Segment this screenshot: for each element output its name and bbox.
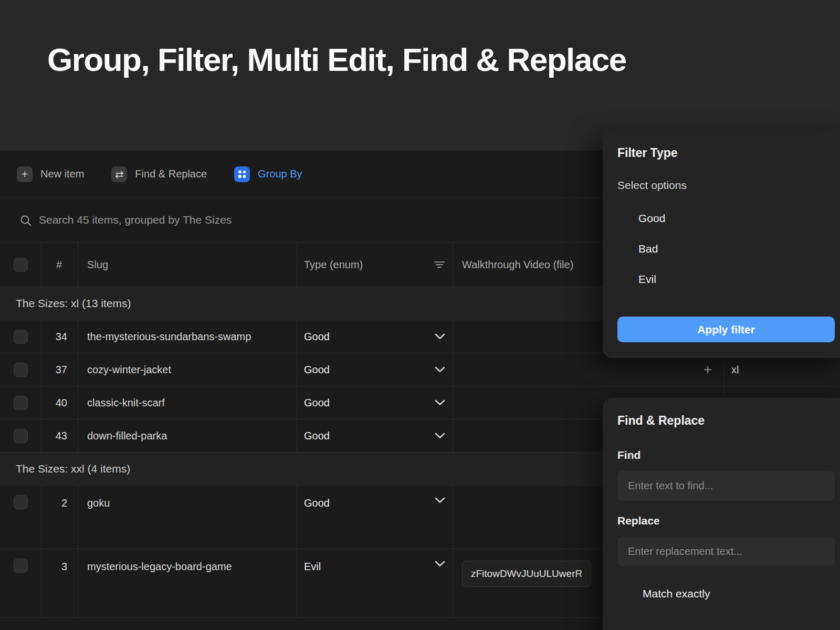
- find-replace-icon: ⇄: [111, 166, 127, 182]
- row-slug[interactable]: goku: [78, 486, 297, 549]
- replace-label: Replace: [617, 514, 835, 527]
- file-value[interactable]: zFitowDWvJUuULUwerR: [462, 561, 591, 587]
- chevron-down-icon: [435, 433, 445, 439]
- filter-panel-subtitle: Select options: [617, 179, 835, 192]
- chevron-down-icon: [435, 561, 445, 567]
- new-item-label: New item: [40, 168, 84, 180]
- chevron-down-icon: [435, 366, 445, 373]
- row-checkbox[interactable]: [14, 363, 28, 377]
- apply-filter-button[interactable]: Apply filter: [617, 317, 835, 342]
- find-replace-panel-title: Find & Replace: [617, 414, 835, 428]
- group-by-button[interactable]: Group By: [234, 166, 302, 182]
- filter-panel: Filter Type Select options Good Bad Evil…: [603, 130, 840, 358]
- type-dropdown[interactable]: Good: [297, 353, 453, 386]
- row-id: 34: [41, 320, 78, 353]
- row-checkbox[interactable]: [14, 429, 28, 443]
- row-checkbox[interactable]: [14, 330, 28, 344]
- row-id: 3: [41, 549, 78, 617]
- row-checkbox[interactable]: [14, 396, 28, 410]
- filter-option-evil[interactable]: Evil: [617, 264, 835, 295]
- row-slug[interactable]: mysterious-legacy-board-game: [78, 549, 297, 617]
- video-cell[interactable]: +: [453, 353, 723, 386]
- chevron-down-icon: [435, 400, 445, 406]
- row-id: 2: [41, 486, 78, 549]
- select-all-checkbox[interactable]: [14, 258, 28, 272]
- type-dropdown[interactable]: Evil: [297, 549, 453, 617]
- type-dropdown[interactable]: Good: [297, 320, 453, 353]
- plus-icon: +: [17, 166, 33, 182]
- find-input[interactable]: [617, 471, 835, 501]
- sizes-cell[interactable]: xl: [723, 353, 840, 386]
- column-header-type[interactable]: Type (enum): [297, 243, 453, 287]
- row-slug[interactable]: down-filled-parka: [78, 419, 297, 452]
- group-by-icon: [234, 166, 250, 182]
- match-exactly-option[interactable]: Match exactly: [617, 587, 835, 600]
- chevron-down-icon: [435, 497, 445, 503]
- filter-option-good[interactable]: Good: [617, 203, 835, 234]
- type-dropdown[interactable]: Good: [297, 419, 453, 452]
- filter-panel-title: Filter Type: [617, 146, 835, 160]
- column-header-id[interactable]: #: [41, 243, 78, 287]
- filter-sort-icon[interactable]: [434, 260, 445, 269]
- row-checkbox[interactable]: [14, 495, 28, 509]
- type-dropdown[interactable]: Good: [297, 386, 453, 419]
- find-replace-panel: Find & Replace Find Replace Match exactl…: [603, 398, 840, 630]
- replace-input[interactable]: [617, 537, 835, 566]
- row-id: 40: [41, 386, 78, 419]
- new-item-button[interactable]: + New item: [17, 166, 84, 182]
- find-replace-label: Find & Replace: [135, 168, 207, 180]
- row-id: 37: [41, 353, 78, 386]
- group-by-label: Group By: [258, 168, 302, 180]
- chevron-down-icon: [435, 333, 445, 340]
- filter-options: Good Bad Evil: [617, 203, 835, 295]
- row-slug[interactable]: the-mysterious-sundarbans-swamp: [78, 320, 297, 353]
- page-title: Group, Filter, Multi Edit, Find & Replac…: [47, 41, 626, 78]
- row-slug[interactable]: cozy-winter-jacket: [78, 353, 297, 386]
- row-checkbox[interactable]: [14, 559, 28, 573]
- add-file-icon[interactable]: +: [704, 363, 712, 377]
- filter-option-bad[interactable]: Bad: [617, 234, 835, 264]
- row-slug[interactable]: classic-knit-scarf: [78, 386, 297, 419]
- search-icon: [19, 214, 32, 227]
- row-id: 43: [41, 419, 78, 452]
- type-dropdown[interactable]: Good: [297, 486, 453, 549]
- find-label: Find: [617, 449, 835, 461]
- find-replace-button[interactable]: ⇄ Find & Replace: [111, 166, 207, 182]
- table-row[interactable]: 37 cozy-winter-jacket Good + xl: [0, 353, 840, 386]
- column-header-slug[interactable]: Slug: [78, 243, 297, 287]
